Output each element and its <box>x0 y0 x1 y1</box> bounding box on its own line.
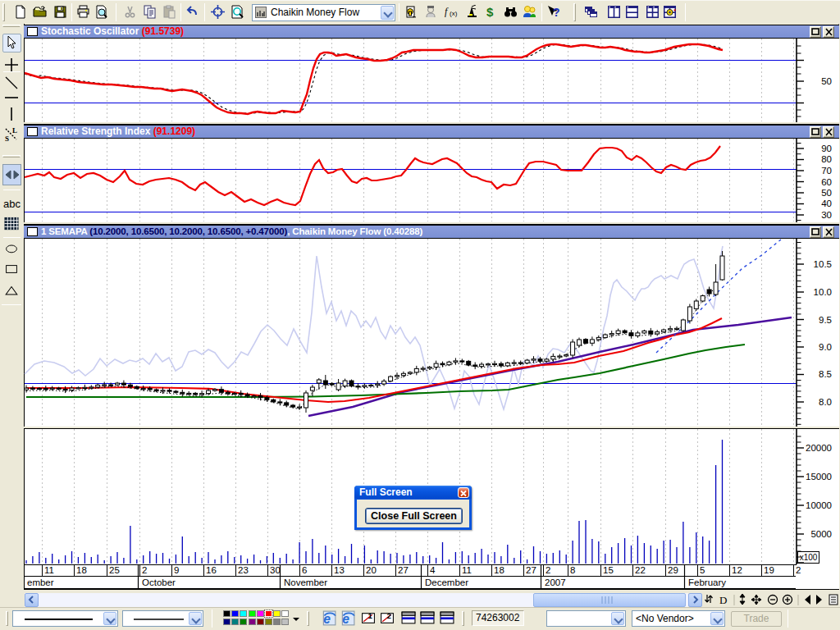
svg-text:12: 12 <box>732 565 742 575</box>
svg-text:90: 90 <box>821 144 832 153</box>
svg-text:70: 70 <box>821 166 832 176</box>
svg-text:ember: ember <box>27 578 54 587</box>
svg-text:27: 27 <box>526 565 536 575</box>
svg-text:18: 18 <box>494 565 504 575</box>
svg-text:9: 9 <box>174 565 179 575</box>
svg-text:5: 5 <box>700 565 705 575</box>
svg-text:11: 11 <box>462 565 472 575</box>
svg-text:8: 8 <box>570 565 575 575</box>
svg-text:10.0: 10.0 <box>814 287 832 297</box>
svg-text:9.0: 9.0 <box>819 342 832 352</box>
svg-text:20: 20 <box>366 565 377 575</box>
svg-text:2: 2 <box>796 565 801 575</box>
svg-text:November: November <box>284 578 327 587</box>
svg-text:30: 30 <box>270 565 281 575</box>
svg-text:80: 80 <box>821 154 832 164</box>
svg-text:50: 50 <box>821 188 832 198</box>
svg-text:December: December <box>425 578 468 587</box>
svg-text:25: 25 <box>109 565 120 575</box>
svg-text:1: 1 <box>368 611 372 620</box>
svg-text:February: February <box>688 578 726 587</box>
svg-text:2: 2 <box>386 611 390 620</box>
svg-text:9.5: 9.5 <box>819 315 832 325</box>
svg-text:2: 2 <box>546 565 550 575</box>
svg-text:2007: 2007 <box>545 578 566 587</box>
svg-text:2: 2 <box>142 565 147 575</box>
svg-text:6: 6 <box>302 565 307 575</box>
svg-text:30: 30 <box>821 210 832 220</box>
svg-text:22: 22 <box>635 565 646 575</box>
svg-text:40: 40 <box>821 199 832 208</box>
svg-text:20000: 20000 <box>806 443 832 453</box>
svg-text:29: 29 <box>668 565 678 575</box>
svg-text:5000: 5000 <box>810 529 832 539</box>
svg-text:4: 4 <box>430 565 436 575</box>
svg-text:18: 18 <box>76 565 87 575</box>
svg-text:60: 60 <box>821 177 832 187</box>
svg-text:11: 11 <box>44 565 54 575</box>
svg-text:13: 13 <box>334 565 345 575</box>
svg-text:D: D <box>719 594 727 606</box>
svg-text:15: 15 <box>603 565 614 575</box>
svg-text:10.5: 10.5 <box>814 259 832 269</box>
svg-text:50: 50 <box>821 76 832 86</box>
svg-text:16: 16 <box>206 565 217 575</box>
svg-text:10000: 10000 <box>806 500 832 510</box>
svg-text:19: 19 <box>764 565 774 575</box>
svg-text:October: October <box>142 578 176 587</box>
svg-text:8.0: 8.0 <box>819 397 832 407</box>
svg-text:23: 23 <box>238 565 249 575</box>
svg-text:15000: 15000 <box>806 472 832 482</box>
svg-text:27: 27 <box>398 565 409 575</box>
svg-text:8.5: 8.5 <box>819 369 832 379</box>
